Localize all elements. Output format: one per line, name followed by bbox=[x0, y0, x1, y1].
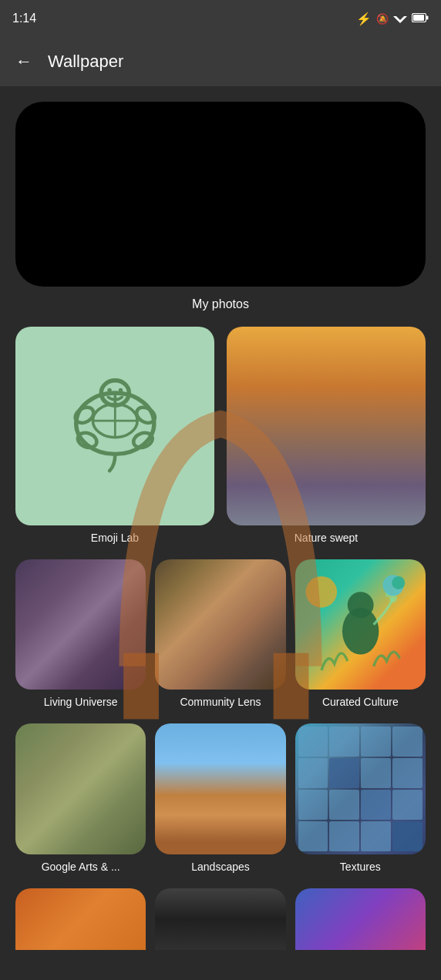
textures-pattern bbox=[295, 723, 426, 854]
grid-item-textures[interactable]: Textures bbox=[295, 723, 426, 872]
thumb-landscapes bbox=[155, 723, 285, 854]
category-grid-row2: Google Arts & ... Landscapes bbox=[15, 723, 426, 872]
arch-svg bbox=[155, 723, 285, 854]
thumb-textures bbox=[295, 723, 426, 854]
main-content: My photos bbox=[0, 86, 441, 968]
grid-item-landscapes[interactable]: Landscapes bbox=[155, 723, 285, 872]
